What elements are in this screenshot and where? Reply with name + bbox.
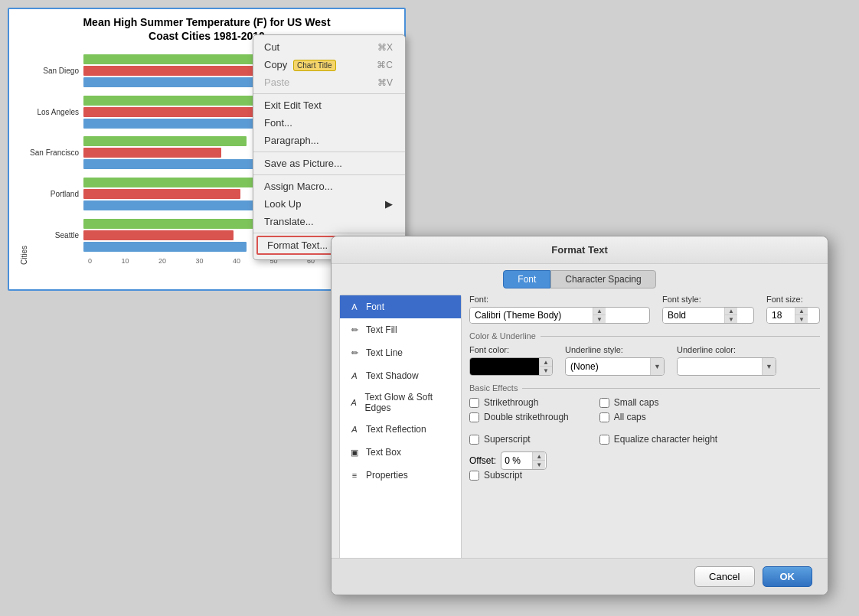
offset-stepper-down[interactable]: ▼ bbox=[533, 461, 545, 469]
sidebar-item-properties[interactable]: ≡ Properties bbox=[340, 464, 461, 487]
sidebar-item-font[interactable]: A Font bbox=[340, 295, 461, 318]
underline-style-label: Underline style: bbox=[565, 345, 665, 354]
format-sidebar: A Font ✏ Text Fill ✏ Text Line A Text Sh… bbox=[339, 295, 462, 570]
size-stepper[interactable]: ▲ ▼ bbox=[795, 308, 808, 323]
menu-item-paste[interactable]: Paste ⌘V bbox=[253, 73, 405, 91]
size-stepper-up[interactable]: ▲ bbox=[795, 308, 808, 315]
font-stepper[interactable]: ▲ ▼ bbox=[593, 308, 606, 323]
size-field-group: Font size: ▲ ▼ bbox=[766, 295, 820, 324]
all-caps-row[interactable]: All caps bbox=[599, 412, 717, 422]
paste-shortcut: ⌘V bbox=[377, 77, 393, 88]
offset-stepper[interactable]: ▲ ▼ bbox=[532, 452, 545, 469]
city-label: San Francisco bbox=[28, 148, 83, 157]
underline-color-btn[interactable]: ▼ bbox=[762, 358, 776, 375]
font-color-wrap[interactable]: ▲ ▼ bbox=[469, 357, 553, 376]
underline-color-group: Underline color: ▼ bbox=[677, 345, 776, 376]
ok-button[interactable]: OK bbox=[763, 566, 813, 587]
underline-color-input[interactable] bbox=[678, 359, 762, 374]
underline-style-dropdown[interactable]: ▼ bbox=[565, 357, 665, 376]
underline-style-btn[interactable]: ▼ bbox=[650, 358, 664, 375]
subscript-checkbox[interactable] bbox=[469, 471, 479, 481]
sidebar-item-text-shadow[interactable]: A Text Shadow bbox=[340, 364, 461, 387]
tab-font[interactable]: Font bbox=[503, 270, 550, 288]
offset-input-wrap[interactable]: ▲ ▼ bbox=[501, 451, 547, 470]
sidebar-item-text-reflection[interactable]: A Text Reflection bbox=[340, 418, 461, 441]
text-reflection-icon: A bbox=[348, 422, 361, 436]
offset-input[interactable] bbox=[501, 454, 532, 468]
sidebar-item-text-box[interactable]: ▣ Text Box bbox=[340, 441, 461, 464]
small-caps-row[interactable]: Small caps bbox=[599, 397, 717, 408]
superscript-row[interactable]: Superscript bbox=[469, 434, 569, 445]
offset-label: Offset: bbox=[469, 455, 496, 466]
sidebar-item-text-fill[interactable]: ✏ Text Fill bbox=[340, 318, 461, 341]
font-input[interactable] bbox=[470, 308, 593, 323]
menu-item-look-up[interactable]: Look Up ▶ bbox=[253, 195, 405, 213]
cancel-button[interactable]: Cancel bbox=[694, 566, 754, 587]
menu-item-cut[interactable]: Cut ⌘X bbox=[253, 38, 405, 56]
look-up-label: Look Up bbox=[264, 198, 301, 210]
strikethrough-checkbox[interactable] bbox=[469, 398, 479, 408]
separator bbox=[253, 174, 405, 175]
style-input[interactable] bbox=[663, 308, 724, 323]
font-label: Font: bbox=[469, 295, 650, 304]
menu-item-save-as-picture[interactable]: Save as Picture... bbox=[253, 155, 405, 172]
assign-macro-label: Assign Macro... bbox=[264, 181, 333, 192]
style-stepper[interactable]: ▲ ▼ bbox=[724, 308, 737, 323]
small-caps-checkbox[interactable] bbox=[599, 398, 609, 408]
font-input-wrap[interactable]: ▲ ▼ bbox=[469, 307, 650, 324]
sidebar-text-shadow-label: Text Shadow bbox=[366, 370, 419, 381]
style-stepper-up[interactable]: ▲ bbox=[725, 308, 737, 315]
all-caps-checkbox[interactable] bbox=[599, 412, 609, 422]
menu-item-assign-macro[interactable]: Assign Macro... bbox=[253, 178, 405, 195]
strikethrough-row[interactable]: Strikethrough bbox=[469, 397, 569, 408]
sidebar-item-text-line[interactable]: ✏ Text Line bbox=[340, 341, 461, 364]
bar-red bbox=[83, 230, 234, 240]
underline-color-label: Underline color: bbox=[677, 345, 776, 354]
dialog-title: Format Text bbox=[332, 236, 828, 264]
font-stepper-up[interactable]: ▲ bbox=[593, 308, 606, 315]
size-stepper-down[interactable]: ▼ bbox=[795, 315, 808, 323]
style-stepper-down[interactable]: ▼ bbox=[725, 315, 737, 323]
effects-section-title: Basic Effects bbox=[469, 383, 820, 393]
superscript-label: Superscript bbox=[484, 434, 531, 445]
color-stepper-down[interactable]: ▼ bbox=[540, 367, 552, 375]
menu-item-font[interactable]: Font... bbox=[253, 114, 405, 132]
menu-item-copy[interactable]: Copy Chart Title ⌘C bbox=[253, 56, 405, 73]
sidebar-item-text-glow[interactable]: A Text Glow & Soft Edges bbox=[340, 387, 461, 418]
city-label: Seattle bbox=[28, 231, 83, 240]
subscript-row[interactable]: Subscript bbox=[469, 470, 569, 481]
color-stepper-up[interactable]: ▲ bbox=[540, 358, 552, 367]
menu-item-exit-edit-text[interactable]: Exit Edit Text bbox=[253, 96, 405, 114]
style-input-wrap[interactable]: ▲ ▼ bbox=[662, 307, 754, 324]
menu-item-translate[interactable]: Translate... bbox=[253, 213, 405, 230]
color-stepper[interactable]: ▲ ▼ bbox=[539, 358, 552, 375]
underline-color-dropdown[interactable]: ▼ bbox=[677, 357, 776, 376]
format-text-label: Format Text... bbox=[267, 240, 328, 251]
subscript-label: Subscript bbox=[484, 470, 522, 481]
double-strikethrough-row[interactable]: Double strikethrough bbox=[469, 412, 569, 422]
superscript-checkbox[interactable] bbox=[469, 435, 479, 445]
font-color-label: Font color: bbox=[469, 345, 553, 354]
effects-row: Strikethrough Double strikethrough Super… bbox=[469, 397, 820, 484]
bar-blue bbox=[83, 200, 256, 210]
double-strikethrough-label: Double strikethrough bbox=[484, 412, 569, 422]
bar-blue bbox=[83, 159, 265, 169]
size-input-wrap[interactable]: ▲ ▼ bbox=[766, 307, 820, 324]
equalize-row[interactable]: Equalize character height bbox=[599, 434, 717, 445]
menu-item-paragraph[interactable]: Paragraph... bbox=[253, 132, 405, 149]
double-strikethrough-checkbox[interactable] bbox=[469, 412, 479, 422]
text-box-icon: ▣ bbox=[348, 445, 361, 459]
offset-stepper-up[interactable]: ▲ bbox=[533, 452, 545, 461]
all-caps-label: All caps bbox=[614, 412, 646, 422]
translate-label: Translate... bbox=[264, 216, 314, 227]
style-field-group: Font style: ▲ ▼ bbox=[662, 295, 754, 324]
tab-character-spacing[interactable]: Character Spacing bbox=[550, 270, 655, 288]
sidebar-text-reflection-label: Text Reflection bbox=[366, 424, 426, 435]
bar-red bbox=[83, 189, 240, 199]
sidebar-text-box-label: Text Box bbox=[366, 447, 401, 458]
size-input[interactable] bbox=[767, 308, 795, 323]
font-stepper-down[interactable]: ▼ bbox=[593, 315, 606, 323]
underline-style-input[interactable] bbox=[566, 359, 650, 374]
sidebar-font-label: Font bbox=[366, 301, 384, 312]
equalize-checkbox[interactable] bbox=[599, 435, 609, 445]
